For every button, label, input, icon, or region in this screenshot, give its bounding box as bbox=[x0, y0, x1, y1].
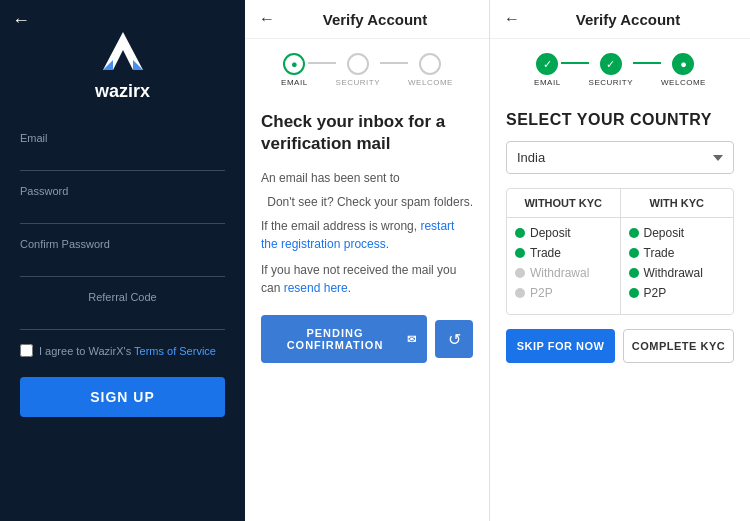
pending-label: PENDING CONFIRMATION bbox=[271, 327, 399, 351]
without-kyc-p2p: P2P bbox=[515, 286, 612, 300]
with-withdrawal-dot-green bbox=[629, 268, 639, 278]
p3-step-welcome: ● WELCOME bbox=[661, 53, 706, 87]
step-line-1 bbox=[308, 62, 336, 64]
panel3-title: Verify Account bbox=[530, 11, 726, 28]
p3-step-line-1 bbox=[561, 62, 589, 64]
restart-text: If the email address is wrong, restart t… bbox=[261, 217, 473, 253]
email-field: Email bbox=[20, 132, 225, 171]
skip-for-now-button[interactable]: SKIP FOR NOW bbox=[506, 329, 615, 363]
with-kyc-deposit-label: Deposit bbox=[644, 226, 685, 240]
complete-kyc-button[interactable]: COMPLETE KYC bbox=[623, 329, 734, 363]
pending-btn-row: PENDING CONFIRMATION ✉ ↺ bbox=[261, 315, 473, 363]
panel3-header: ← Verify Account bbox=[490, 0, 750, 39]
signup-panel: ← wazirx Email Password Confirm Password… bbox=[0, 0, 245, 521]
with-kyc-withdrawal-label: Withdrawal bbox=[644, 266, 703, 280]
without-kyc-withdrawal-label: Withdrawal bbox=[530, 266, 589, 280]
p3-step-security: ✓ SECURITY bbox=[589, 53, 633, 87]
country-select[interactable]: India United States United Kingdom bbox=[506, 141, 734, 174]
p3-step-welcome-circle: ● bbox=[672, 53, 694, 75]
referral-field: Referral Code bbox=[20, 291, 225, 330]
kyc-table-header: WITHOUT KYC WITH KYC bbox=[507, 189, 733, 218]
panel2-steps: ● EMAIL SECURITY WELCOME bbox=[245, 39, 489, 97]
country-section-title: SELECT YOUR COUNTRY bbox=[506, 111, 734, 129]
logo-text: wazirx bbox=[95, 81, 150, 102]
inbox-title: Check your inbox for a verification mail bbox=[261, 111, 473, 155]
without-kyc-deposit: Deposit bbox=[515, 226, 612, 240]
step-welcome-label: WELCOME bbox=[408, 78, 453, 87]
wazirx-logo-icon bbox=[93, 30, 153, 75]
signup-button[interactable]: SIGN UP bbox=[20, 377, 225, 417]
without-kyc-items: Deposit Trade Withdrawal P2P bbox=[507, 218, 621, 314]
with-kyc-trade: Trade bbox=[629, 246, 726, 260]
without-kyc-header: WITHOUT KYC bbox=[507, 189, 621, 218]
p3-step-email: ✓ EMAIL bbox=[534, 53, 561, 87]
password-input[interactable] bbox=[20, 200, 225, 224]
with-deposit-dot-green bbox=[629, 228, 639, 238]
deposit-dot-green bbox=[515, 228, 525, 238]
password-field: Password bbox=[20, 185, 225, 224]
p3-step-welcome-label: WELCOME bbox=[661, 78, 706, 87]
withdrawal-dot-gray bbox=[515, 268, 525, 278]
pending-confirmation-button[interactable]: PENDING CONFIRMATION ✉ bbox=[261, 315, 427, 363]
kyc-table-body: Deposit Trade Withdrawal P2P bbox=[507, 218, 733, 314]
tos-checkbox[interactable] bbox=[20, 344, 33, 357]
confirm-password-label: Confirm Password bbox=[20, 238, 225, 250]
with-kyc-p2p: P2P bbox=[629, 286, 726, 300]
step-security: SECURITY bbox=[336, 53, 380, 87]
step-security-label: SECURITY bbox=[336, 78, 380, 87]
step-security-circle bbox=[347, 53, 369, 75]
p3-step-security-circle: ✓ bbox=[600, 53, 622, 75]
p3-step-security-label: SECURITY bbox=[589, 78, 633, 87]
panel2-content: Check your inbox for a verification mail… bbox=[245, 97, 489, 521]
without-kyc-p2p-label: P2P bbox=[530, 286, 553, 300]
action-buttons: SKIP FOR NOW COMPLETE KYC bbox=[506, 329, 734, 373]
verify-panel-email: ← Verify Account ● EMAIL SECURITY WELCOM… bbox=[245, 0, 490, 521]
p3-step-email-label: EMAIL bbox=[534, 78, 561, 87]
step-email: ● EMAIL bbox=[281, 53, 308, 87]
referral-input[interactable] bbox=[20, 306, 225, 330]
refresh-button[interactable]: ↺ bbox=[435, 320, 473, 358]
confirm-password-input[interactable] bbox=[20, 253, 225, 277]
logo-area: wazirx bbox=[93, 30, 153, 102]
kyc-comparison-table: WITHOUT KYC WITH KYC Deposit Trade With bbox=[506, 188, 734, 315]
country-content: SELECT YOUR COUNTRY India United States … bbox=[490, 97, 750, 521]
p2p-dot-gray bbox=[515, 288, 525, 298]
password-label: Password bbox=[20, 185, 225, 197]
step-welcome-circle bbox=[419, 53, 441, 75]
without-kyc-deposit-label: Deposit bbox=[530, 226, 571, 240]
verify-panel-country: ← Verify Account ✓ EMAIL ✓ SECURITY ● WE… bbox=[490, 0, 750, 521]
with-kyc-deposit: Deposit bbox=[629, 226, 726, 240]
step-email-label: EMAIL bbox=[281, 78, 308, 87]
with-kyc-header: WITH KYC bbox=[621, 189, 734, 218]
panel2-title: Verify Account bbox=[285, 11, 465, 28]
without-kyc-trade-label: Trade bbox=[530, 246, 561, 260]
panel3-back-arrow[interactable]: ← bbox=[504, 10, 520, 28]
tos-link[interactable]: Terms of Service bbox=[134, 345, 216, 357]
step-welcome: WELCOME bbox=[408, 53, 453, 87]
panel2-back-arrow[interactable]: ← bbox=[259, 10, 275, 28]
tos-row: I agree to WazirX's Terms of Service bbox=[20, 344, 225, 357]
mail-icon: ✉ bbox=[407, 333, 417, 346]
step-line-2 bbox=[380, 62, 408, 64]
p3-step-line-2 bbox=[633, 62, 661, 64]
back-arrow-icon[interactable]: ← bbox=[12, 10, 30, 31]
email-input[interactable] bbox=[20, 147, 225, 171]
with-kyc-withdrawal: Withdrawal bbox=[629, 266, 726, 280]
with-kyc-trade-label: Trade bbox=[644, 246, 675, 260]
resend-text: If you have not received the mail you ca… bbox=[261, 261, 473, 297]
email-sent-text: An email has been sent to bbox=[261, 169, 473, 187]
resend-link[interactable]: resend here. bbox=[284, 281, 351, 295]
dont-see-text: Don't see it? Check your spam folders. bbox=[261, 195, 473, 209]
panel3-steps: ✓ EMAIL ✓ SECURITY ● WELCOME bbox=[490, 39, 750, 97]
trade-dot-green bbox=[515, 248, 525, 258]
with-p2p-dot-green bbox=[629, 288, 639, 298]
email-label: Email bbox=[20, 132, 225, 144]
with-trade-dot-green bbox=[629, 248, 639, 258]
with-kyc-p2p-label: P2P bbox=[644, 286, 667, 300]
confirm-password-field: Confirm Password bbox=[20, 238, 225, 277]
without-kyc-trade: Trade bbox=[515, 246, 612, 260]
tos-text: I agree to WazirX's Terms of Service bbox=[39, 345, 216, 357]
p3-step-email-circle: ✓ bbox=[536, 53, 558, 75]
without-kyc-withdrawal: Withdrawal bbox=[515, 266, 612, 280]
step-email-circle: ● bbox=[283, 53, 305, 75]
